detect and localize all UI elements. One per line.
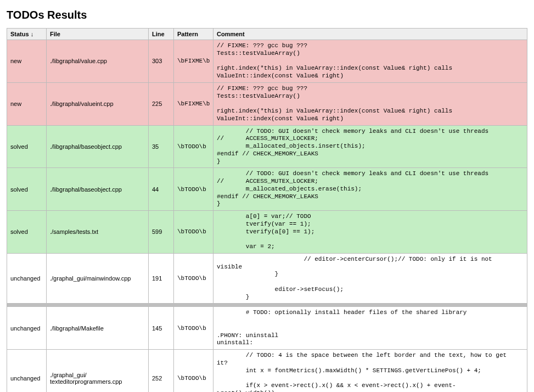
cell-comment: // FIXME: ??? gcc bug ??? Tests::testVal… bbox=[213, 40, 527, 83]
cell-pattern: \bTODO\b bbox=[174, 350, 213, 393]
cell-file: ./libgraphal/Makefile bbox=[47, 307, 149, 350]
cell-comment: // TODO: 4 is the space between the left… bbox=[213, 350, 527, 393]
cell-comment: a[0] = var;// TODO tverify(var == 1); tv… bbox=[213, 211, 527, 254]
cell-status: solved bbox=[7, 168, 47, 211]
cell-pattern: \bTODO\b bbox=[174, 168, 213, 211]
table-row: solved./libgraphal/baseobject.cpp35\bTOD… bbox=[7, 125, 527, 168]
cell-status: new bbox=[7, 82, 47, 125]
cell-pattern: \bTODO\b bbox=[174, 125, 213, 168]
cell-line: 599 bbox=[149, 211, 174, 254]
cell-status: solved bbox=[7, 125, 47, 168]
table-row: unchanged./graphal_gui/mainwindow.cpp191… bbox=[7, 253, 527, 304]
cell-file: ./samples/tests.txt bbox=[47, 211, 149, 254]
cell-file: ./libgraphal/baseobject.cpp bbox=[47, 125, 149, 168]
table-row: new./libgraphal/value.cpp303\bFIXME\b// … bbox=[7, 40, 527, 83]
table-row: unchanged./graphal_gui/texteditorprogram… bbox=[7, 350, 527, 393]
cell-status: unchanged bbox=[7, 350, 47, 393]
col-comment[interactable]: Comment bbox=[213, 29, 527, 40]
cell-line: 191 bbox=[149, 253, 174, 304]
cell-status: solved bbox=[7, 211, 47, 254]
cell-line: 252 bbox=[149, 350, 174, 393]
cell-pattern: \bTODO\b bbox=[174, 211, 213, 254]
col-status-label: Status bbox=[10, 31, 29, 37]
cell-line: 303 bbox=[149, 40, 174, 83]
cell-file: ./libgraphal/value.cpp bbox=[47, 40, 149, 83]
col-line[interactable]: Line bbox=[149, 29, 174, 40]
col-pattern[interactable]: Pattern bbox=[174, 29, 213, 40]
cell-status: new bbox=[7, 40, 47, 83]
cell-comment: // TODO: GUI doesn't check memory leaks … bbox=[213, 125, 527, 168]
cell-comment: // editor->centerCursor();// TODO: only … bbox=[213, 253, 527, 304]
cell-pattern: \bTODO\b bbox=[174, 253, 213, 304]
cell-file: ./graphal_gui/mainwindow.cpp bbox=[47, 253, 149, 304]
cell-file: ./libgraphal/valueint.cpp bbox=[47, 82, 149, 125]
cell-line: 35 bbox=[149, 125, 174, 168]
table-row: unchanged./libgraphal/Makefile145\bTODO\… bbox=[7, 307, 527, 350]
cell-comment: // TODO: GUI doesn't check memory leaks … bbox=[213, 168, 527, 211]
cell-pattern: \bFIXME\b bbox=[174, 40, 213, 83]
todos-table: Status ↓ File Line Pattern Comment new./… bbox=[7, 28, 527, 392]
table-row: solved./libgraphal/baseobject.cpp44\bTOD… bbox=[7, 168, 527, 211]
cell-pattern: \bTODO\b bbox=[174, 307, 213, 350]
table-row: solved./samples/tests.txt599\bTODO\b a[0… bbox=[7, 211, 527, 254]
cell-file: ./graphal_gui/texteditorprogrammers.cpp bbox=[47, 350, 149, 393]
sort-indicator-icon: ↓ bbox=[31, 31, 34, 37]
table-header-row: Status ↓ File Line Pattern Comment bbox=[7, 29, 527, 40]
cell-line: 145 bbox=[149, 307, 174, 350]
col-file[interactable]: File bbox=[47, 29, 149, 40]
cell-comment: # TODO: optionally install header files … bbox=[213, 307, 527, 350]
cell-line: 44 bbox=[149, 168, 174, 211]
cell-file: ./libgraphal/baseobject.cpp bbox=[47, 168, 149, 211]
cell-comment: // FIXME: ??? gcc bug ??? Tests::testVal… bbox=[213, 82, 527, 125]
cell-pattern: \bFIXME\b bbox=[174, 82, 213, 125]
page-title: TODOs Results bbox=[7, 9, 527, 21]
col-status[interactable]: Status ↓ bbox=[7, 29, 47, 40]
table-row: new./libgraphal/valueint.cpp225\bFIXME\b… bbox=[7, 82, 527, 125]
cell-status: unchanged bbox=[7, 253, 47, 304]
cell-line: 225 bbox=[149, 82, 174, 125]
cell-status: unchanged bbox=[7, 307, 47, 350]
